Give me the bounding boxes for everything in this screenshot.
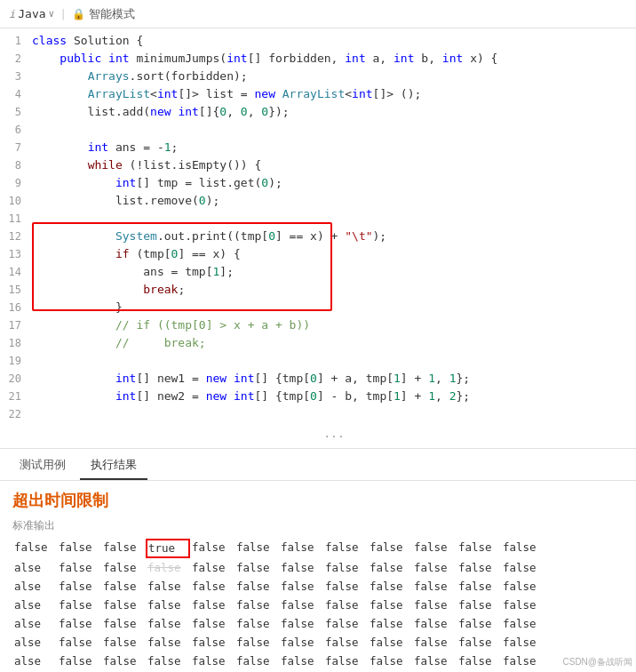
cell: false	[12, 539, 57, 558]
cell: false	[457, 615, 501, 633]
code-line-22: 22	[0, 405, 636, 423]
tabs-bar: 测试用例 执行结果	[0, 449, 636, 481]
code-line-17: 17 // if ((tmp[0] > x + a + b))	[0, 316, 636, 334]
output-row-5: alse false false false false false false…	[12, 615, 624, 633]
chevron-down-icon[interactable]: ∨	[49, 8, 55, 20]
cell: false	[368, 615, 412, 633]
output-row-6: alse false false false false false false…	[12, 634, 624, 652]
tab-testcase[interactable]: 测试用例	[9, 452, 76, 480]
cell: false	[279, 559, 323, 577]
code-line-4: 4 ArrayList<int[]> list = new ArrayList<…	[0, 85, 636, 103]
code-line-15: 15 break;	[0, 281, 636, 299]
cell: false	[101, 559, 146, 577]
cell: false	[57, 596, 101, 614]
cell: false	[190, 615, 235, 633]
language-label: Java	[18, 7, 45, 20]
cell: false	[146, 652, 190, 670]
cell: false	[57, 539, 101, 558]
cell: false	[457, 634, 501, 652]
output-row-1: false false false true false false false…	[12, 539, 624, 558]
cell: false	[279, 578, 323, 596]
code-line-2: 2 public int minimumJumps(int[] forbidde…	[0, 50, 636, 68]
cell: false	[368, 652, 412, 670]
cell: false	[279, 634, 323, 652]
code-line-11: 11	[0, 210, 636, 228]
language-selector[interactable]: i Java ∨	[9, 7, 54, 20]
cell: false	[57, 615, 101, 633]
cell: false	[57, 634, 101, 652]
bottom-panel: 测试用例 执行结果 超出时间限制 标准输出 false false false …	[0, 449, 636, 672]
code-line-1: 1 class Solution {	[0, 32, 636, 50]
mode-label: 智能模式	[89, 6, 135, 22]
cell: false	[190, 578, 235, 596]
code-line-5: 5 list.add(new int[]{0, 0, 0});	[0, 103, 636, 121]
cell: alse	[12, 652, 57, 670]
cell: false	[457, 578, 501, 596]
cell: false	[412, 634, 457, 652]
code-line-10: 10 list.remove(0);	[0, 192, 636, 210]
cell: false	[501, 652, 545, 670]
cell: false	[190, 596, 235, 614]
cell: false	[101, 596, 146, 614]
cell: false	[501, 596, 545, 614]
cell: false	[501, 615, 545, 633]
cell: false	[57, 578, 101, 596]
cell: false	[101, 578, 146, 596]
cell: false	[368, 578, 412, 596]
cell: alse	[12, 634, 57, 652]
code-line-13: 13 if (tmp[0] == x) {	[0, 245, 636, 263]
cell: false	[57, 559, 101, 577]
code-line-12: 12 System.out.print((tmp[0] == x) + "\t"…	[0, 228, 636, 245]
result-label: 标准输出	[12, 518, 624, 533]
cell: false	[457, 539, 501, 558]
cell: false	[146, 578, 190, 596]
cell: false	[279, 539, 323, 558]
code-line-6: 6	[0, 121, 636, 139]
code-line-19: 19	[0, 352, 636, 370]
cell: false	[457, 559, 501, 577]
output-row-3: alse false false false false false false…	[12, 578, 624, 596]
cell: false	[101, 652, 146, 670]
code-editor[interactable]: 1 class Solution { 2 public int minimumJ…	[0, 28, 636, 449]
cell: false	[146, 596, 190, 614]
tab-result[interactable]: 执行结果	[80, 452, 147, 480]
code-line-21: 21 int[] new2 = new int[] {tmp[0] - b, t…	[0, 388, 636, 405]
lang-icon: i	[9, 8, 15, 20]
cell: false	[235, 578, 279, 596]
cell: false	[323, 559, 368, 577]
cell: false	[235, 559, 279, 577]
cell: false	[323, 596, 368, 614]
watermark: CSDN@备战听闻	[563, 656, 633, 668]
cell: false	[368, 596, 412, 614]
cell: false	[190, 539, 235, 558]
cell: alse	[12, 578, 57, 596]
cell: false	[146, 559, 190, 577]
cell: false	[279, 596, 323, 614]
cell: false	[368, 559, 412, 577]
cell: false	[235, 615, 279, 633]
cell: false	[57, 652, 101, 670]
cell: false	[146, 634, 190, 652]
cell: false	[323, 634, 368, 652]
top-bar: i Java ∨ | 🔒 智能模式	[0, 0, 636, 28]
mode-indicator: 🔒 智能模式	[72, 6, 135, 22]
output-row-7: alse false false false false false false…	[12, 652, 624, 670]
lock-icon: 🔒	[72, 8, 85, 20]
cell: false	[501, 559, 545, 577]
cell: false	[146, 615, 190, 633]
code-line-20: 20 int[] new1 = new int[] {tmp[0] + a, t…	[0, 370, 636, 388]
cell: false	[368, 634, 412, 652]
output-row-2: alse false false false false false false…	[12, 559, 624, 577]
cell-highlighted: true	[146, 539, 190, 558]
cell: false	[501, 539, 545, 558]
cell: false	[101, 634, 146, 652]
cell: false	[457, 596, 501, 614]
cell: false	[235, 634, 279, 652]
cell: alse	[12, 559, 57, 577]
cell: false	[501, 634, 545, 652]
cell: false	[279, 652, 323, 670]
code-line-8: 8 while (!list.isEmpty()) {	[0, 156, 636, 174]
cell: false	[412, 539, 457, 558]
separator: |	[60, 7, 67, 20]
cell: false	[323, 578, 368, 596]
